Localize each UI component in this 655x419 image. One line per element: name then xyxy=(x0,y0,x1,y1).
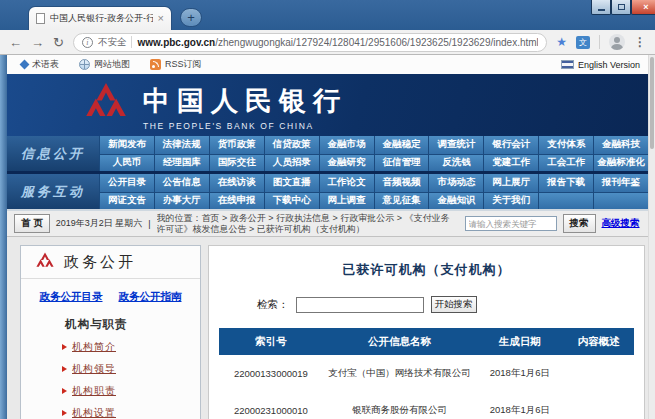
search-button[interactable]: 搜索 xyxy=(563,214,596,233)
sidebar-top-link[interactable]: 政务公开指南 xyxy=(119,290,182,304)
nav-item[interactable]: 银行会计 xyxy=(483,136,538,154)
nav-item[interactable]: 报刊年鉴 xyxy=(593,174,648,192)
sidebar-item[interactable]: 机构简介 xyxy=(57,340,200,354)
list-search-input[interactable] xyxy=(296,297,424,313)
menu-icon[interactable]: ⋮ xyxy=(634,35,646,49)
browser-tab[interactable]: 中国人民银行-政务公开-行政执… × xyxy=(28,6,172,30)
sidebar-top-link[interactable]: 政务公开目录 xyxy=(40,290,103,304)
nav-item[interactable]: 下载中心 xyxy=(264,192,319,210)
scrollbar[interactable] xyxy=(648,55,655,419)
sidebar-item-label: 机构职责 xyxy=(72,384,116,398)
back-icon[interactable]: ← xyxy=(9,36,22,49)
bookmark-star-icon[interactable]: ★ xyxy=(556,35,567,49)
nav-item[interactable]: 工会工作 xyxy=(538,154,593,172)
record-link[interactable]: 支付宝（中国）网络技术有限公司 xyxy=(323,367,477,380)
nav-section-1: 服务互动公开目录公告信息在线访谈图文直播工作论文音频视频市场动态网上展厅报告下载… xyxy=(7,174,648,209)
nav-item[interactable]: 意见征集 xyxy=(374,192,429,210)
sidebar-item-label: 机构领导 xyxy=(72,362,116,376)
minimize-icon xyxy=(598,9,605,11)
nav-item[interactable]: 金融标准化 xyxy=(593,154,648,172)
home-button[interactable]: 首 页 xyxy=(14,214,50,233)
scrollbar-thumb[interactable] xyxy=(650,57,654,149)
url-bar[interactable]: i 不安全 www.pbc.gov.cn/zhengwugongkai/1279… xyxy=(73,33,547,52)
table-header: 索引号公开信息名称生成日期内容概述 xyxy=(219,328,634,355)
nav-item[interactable]: 货币政策 xyxy=(209,136,264,154)
sidebar-item-label: 机构简介 xyxy=(72,340,116,354)
translate-icon[interactable]: 文 xyxy=(576,36,590,49)
nav-item[interactable]: 党建工作 xyxy=(483,154,538,172)
sidebar-item[interactable]: 机构设置 xyxy=(57,406,200,419)
record-link[interactable]: 银联商务股份有限公司 xyxy=(323,404,477,417)
nav-item[interactable]: 金融研究 xyxy=(319,154,374,172)
sidebar-title: 政务公开 xyxy=(64,253,136,272)
nav-item[interactable]: 信贷政策 xyxy=(264,136,319,154)
bank-name: 中国人民银行 xyxy=(143,83,347,119)
nav-item[interactable]: 人员招录 xyxy=(264,154,319,172)
nav-item[interactable]: 公开目录 xyxy=(99,174,154,192)
advanced-search-link[interactable]: 高级搜索 xyxy=(602,217,640,230)
nav-item[interactable]: 图文直播 xyxy=(264,174,319,192)
nav-item[interactable]: 金融市场 xyxy=(319,136,374,154)
nav-item[interactable]: 金融稳定 xyxy=(374,136,429,154)
close-button[interactable]: × xyxy=(631,0,655,15)
sidebar-item[interactable]: 机构领导 xyxy=(57,362,200,376)
maximize-button[interactable] xyxy=(611,0,631,15)
english-version-link[interactable]: English Version xyxy=(561,60,646,70)
nav-item[interactable]: 在线申报 xyxy=(209,192,264,210)
site-search-input[interactable] xyxy=(465,216,557,231)
tab-close-icon[interactable]: × xyxy=(158,13,164,24)
nav-item[interactable]: 网上展厅 xyxy=(483,174,538,192)
nav-item-empty xyxy=(538,192,593,210)
nav-item[interactable]: 办事大厅 xyxy=(154,192,209,210)
nav-item[interactable]: 工作论文 xyxy=(319,174,374,192)
nav-item[interactable]: 新闻发布 xyxy=(99,136,154,154)
forward-icon[interactable]: → xyxy=(31,36,44,49)
window-border xyxy=(0,55,7,419)
nav-item[interactable]: 音频视频 xyxy=(374,174,429,192)
minimize-button[interactable] xyxy=(591,0,611,15)
nav-item[interactable]: 征信管理 xyxy=(374,154,429,172)
window-controls: × xyxy=(591,0,655,15)
header-cell: 公开信息名称 xyxy=(323,335,477,349)
nav-item[interactable]: 法律法规 xyxy=(154,136,209,154)
nav-item[interactable]: 市场动态 xyxy=(428,174,483,192)
nav-item[interactable]: 网证文告 xyxy=(99,192,154,210)
nav-lines: 新闻发布法律法规货币政策信贷政策金融市场金融稳定调查统计银行会计支付体系金融科技… xyxy=(99,136,648,171)
utility-link[interactable]: 网站地图 xyxy=(79,58,130,71)
sidebar-header: 政务公开 xyxy=(21,246,200,279)
nav-item[interactable]: 金融知识 xyxy=(428,192,483,210)
utility-link[interactable]: 术语表 xyxy=(21,58,59,71)
sidebar-top-links: 政务公开目录政务公开指南 xyxy=(21,279,200,304)
flag-icon xyxy=(561,60,574,69)
nav-item[interactable]: 国际交往 xyxy=(209,154,264,172)
nav-item[interactable]: 调查统计 xyxy=(428,136,483,154)
cell: 2018年1月6日 xyxy=(476,367,563,380)
nav-item[interactable]: 人民币 xyxy=(99,154,154,172)
profile-icon[interactable] xyxy=(609,34,625,50)
nav-item[interactable]: 报告下载 xyxy=(538,174,593,192)
nav-item[interactable]: 公告信息 xyxy=(154,174,209,192)
url-separator xyxy=(131,36,132,48)
utility-link[interactable]: RSS订阅 xyxy=(150,58,202,71)
browser-window: 中国人民银行-政务公开-行政执… × + × ← → ↻ i 不安全 www.p… xyxy=(0,0,655,419)
nav-item[interactable]: 支付体系 xyxy=(538,136,593,154)
info-icon[interactable]: i xyxy=(82,37,93,48)
nav-item[interactable]: 关于我们 xyxy=(483,192,538,210)
pbc-logo xyxy=(83,82,129,128)
start-search-button[interactable]: 开始搜索 xyxy=(431,296,477,313)
tab-title: 中国人民银行-政务公开-行政执… xyxy=(50,12,153,25)
page: 术语表网站地图RSS订阅 English Version 中国人民银行 THE … xyxy=(7,55,648,419)
reload-icon[interactable]: ↻ xyxy=(53,36,64,49)
nav-item[interactable]: 经理国库 xyxy=(154,154,209,172)
nav-item[interactable]: 金融科技 xyxy=(593,136,648,154)
nav-item[interactable]: 反洗钱 xyxy=(428,154,483,172)
nav-item[interactable]: 在线访谈 xyxy=(209,174,264,192)
nav-item[interactable]: 网上调查 xyxy=(319,192,374,210)
new-tab-button[interactable]: + xyxy=(180,8,202,27)
cell: 2018年1月6日 xyxy=(476,404,563,417)
breadcrumb[interactable]: 我的位置：首页 > 政务公开 > 行政执法信息 > 行政审批公示 > 《支付业务… xyxy=(157,213,459,235)
table-row: 22000133000019支付宝（中国）网络技术有限公司2018年1月6日 xyxy=(219,355,634,392)
sidebar-item[interactable]: 机构职责 xyxy=(57,384,200,398)
maximize-icon xyxy=(618,4,625,10)
bullet-icon xyxy=(62,388,67,394)
